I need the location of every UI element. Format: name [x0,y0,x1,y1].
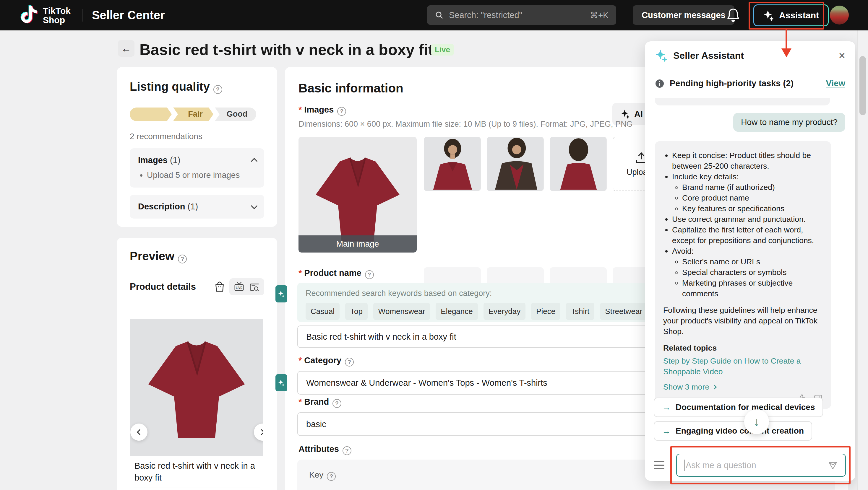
preview-title: Preview [130,250,174,263]
carousel-prev-button[interactable] [130,424,148,441]
suggestion-button[interactable]: Documentation for medical devices [654,397,823,417]
text-cursor [684,460,684,471]
keyword-chip[interactable]: Piece [531,303,560,320]
scroll-down-button[interactable] [744,410,769,434]
quality-segment-fair: Fair [173,107,213,121]
app-title: Seller Center [92,8,165,22]
ai-suggestion-badge [275,285,287,302]
help-icon[interactable] [178,255,187,263]
assistant-button[interactable]: Assistant [753,4,829,26]
suggestion-list: Documentation for medical devicesEngagin… [654,397,823,441]
keyword-chip[interactable]: Elegance [436,303,477,320]
search-input[interactable]: Search: "restricted" ⌘+K [427,5,616,25]
help-icon[interactable] [365,270,374,279]
send-icon[interactable] [828,460,838,470]
seller-assistant-panel: Seller Assistant Pending high-priority t… [645,41,855,481]
page-scrollbar[interactable] [857,30,868,490]
reply-bullet: Capitalize the first letter of each word… [672,225,823,246]
help-icon[interactable] [333,399,341,408]
product-photo-thumbnail[interactable] [550,137,607,191]
reply-sub-bullet: Brand name (if authorized) [682,182,823,193]
help-icon[interactable] [345,358,354,366]
live-status-badge: Live [431,44,454,56]
reply-sub-bullet: Seller's name or URLs [682,256,823,267]
help-icon[interactable] [337,107,346,116]
reply-closing: Following these guidelines will help enh… [663,305,823,337]
close-icon[interactable] [839,50,845,61]
product-details-label: Product details [130,282,214,292]
info-icon [655,79,664,88]
menu-icon[interactable] [654,461,664,469]
reply-sub-bullet: Special characters or symbols [682,267,823,277]
keyword-chip[interactable]: Tshirt [566,303,594,320]
attribute-key-label: Key [309,470,323,479]
keyword-chip[interactable]: Streetwear [600,303,647,320]
preview-card: Preview Product details LIVE [117,238,277,490]
help-icon[interactable] [343,446,351,455]
keyword-chip[interactable]: Womenswear [373,303,430,320]
brand-label: Brand [299,397,329,406]
tiktok-shop-wordmark[interactable]: TikTok Shop [43,6,71,25]
product-photo-thumbnail[interactable] [487,137,544,191]
top-bar: TikTok Shop Seller Center Search: "restr… [0,0,868,30]
preview-carousel: 1/4 [130,295,263,456]
main-product-image[interactable]: Main image [299,137,417,253]
image-requirements: Dimensions: 600 × 600 px. Maximum file s… [299,120,633,129]
reply-sub-bullet: Core product name [682,193,823,203]
product-photo-thumbnail[interactable] [424,137,481,191]
pending-tasks-view-link[interactable]: View [826,78,845,88]
preview-mode-toggle: LIVE [229,278,264,295]
recommendation-group-description[interactable]: Description (1) [130,195,264,219]
attributes-label: Attributes [299,444,339,454]
reply-bullets: Keep it concise: Product titles should b… [663,150,823,299]
help-icon[interactable] [213,85,222,94]
sparkle-icon [621,109,630,119]
user-chat-bubble: How to name my product? [733,113,845,132]
live-tv-icon[interactable]: LIVE [234,281,245,292]
annotation-arrow-head [781,48,792,57]
annotation-arrow [785,30,787,49]
help-icon[interactable] [327,472,336,481]
red-tshirt-image [141,321,253,456]
page-title: Basic red t-shirt with v neck in a boxy … [140,41,433,59]
svg-text:LIVE: LIVE [236,286,243,289]
main-image-label: Main image [299,235,417,253]
keyword-chip[interactable]: Top [345,303,368,320]
keyword-chip[interactable]: Everyday [484,303,525,320]
preview-product-image [130,319,263,456]
chevron-right-icon [712,385,717,389]
search-icon [435,11,444,20]
reply-bullet: Avoid:Seller's name or URLsSpecial chara… [672,246,823,299]
quality-meter: Fair Good [130,107,264,121]
previous-message-edge [655,98,830,105]
suggestion-label: Engaging video content creation [676,426,804,436]
suggestion-label: Documentation for medical devices [676,402,815,412]
customer-messages-button[interactable]: Customer messages [633,5,735,25]
tiktok-logo-icon[interactable] [19,5,38,26]
pending-tasks-text: Pending high-priority tasks (2) [670,78,820,88]
seller-center-app: TikTok Shop Seller Center Search: "restr… [0,0,868,490]
ask-question-input[interactable]: Ask me a question [676,454,846,477]
avatar[interactable] [830,6,849,25]
recommendation-group-images[interactable]: Images (1) Upload 5 or more images [130,148,264,188]
arrow-right-icon [662,426,671,436]
show-more-link[interactable]: Show 3 more [663,382,823,392]
reply-sub-bullet: Key features or specifications [682,203,823,214]
quality-segment-good: Good [215,107,256,121]
shopping-bag-icon[interactable] [214,281,225,293]
reply-bullet: Keep it concise: Product titles should b… [672,150,823,171]
suggestion-button[interactable]: Engaging video content creation [654,421,812,441]
topbar-divider [82,9,83,22]
related-topic-link[interactable]: Step by Step Guide on How to Create a Sh… [663,356,805,377]
product-card-search-icon[interactable] [249,281,260,292]
assistant-chat-bubble: Keep it concise: Product titles should b… [655,141,831,409]
sparkle-icon [763,10,774,21]
ai-suggestion-badge [275,374,287,391]
keyword-chip[interactable]: Casual [306,303,340,320]
quality-segment-1 [130,107,172,121]
scrollbar-thumb[interactable] [860,56,866,115]
assistant-panel-title: Seller Assistant [673,50,833,61]
notifications-bell-icon[interactable] [726,8,740,23]
listing-quality-card: Listing quality Fair Good 2 recommendati… [117,67,277,227]
back-button[interactable] [118,40,134,57]
